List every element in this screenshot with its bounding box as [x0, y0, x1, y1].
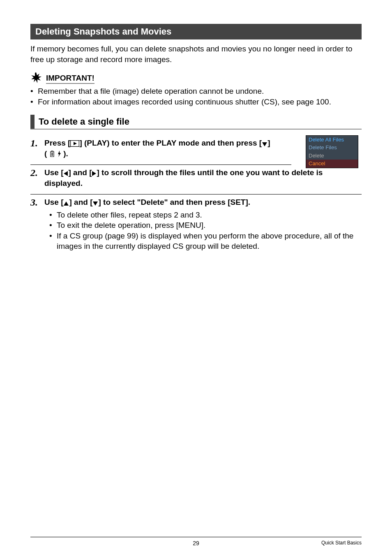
list-item: • Remember that a file (image) delete op…	[30, 86, 362, 97]
triangle-left-icon	[63, 171, 68, 176]
bullet-text: Remember that a file (image) delete oper…	[38, 86, 264, 97]
step-1: 1. Press [] (PLAY) to enter the PLAY mod…	[30, 135, 362, 161]
menu-item-cancel: Cancel	[306, 160, 358, 168]
svg-marker-7	[64, 201, 69, 206]
svg-marker-4	[58, 150, 61, 157]
important-label: IMPORTANT!	[46, 74, 95, 84]
delete-menu-screenshot: Delete All Files Delete Files Delete Can…	[306, 135, 358, 168]
svg-marker-6	[92, 171, 96, 176]
bullet-text: If a CS group (page 99) is displayed whe…	[57, 231, 362, 252]
triangle-right-icon	[92, 171, 97, 176]
svg-marker-3	[262, 142, 267, 146]
triangle-down-icon	[92, 201, 98, 206]
play-box-icon	[70, 140, 79, 147]
step-3: 3. Use [] and [] to select "Delete" and …	[30, 194, 362, 252]
svg-marker-2	[74, 142, 77, 145]
step-instruction: Use [] and [] to scroll through the file…	[44, 167, 362, 189]
step-instruction: Press [] (PLAY) to enter the PLAY mode a…	[44, 138, 274, 160]
menu-item-delete-all-files: Delete All Files	[306, 136, 358, 144]
trash-icon	[49, 150, 55, 157]
svg-marker-0	[31, 72, 42, 83]
intro-paragraph: If memory becomes full, you can delete s…	[30, 44, 362, 65]
bullet-text: For information about images recorded us…	[38, 97, 331, 107]
section-header: Deleting Snapshots and Movies	[30, 24, 362, 39]
list-item: •To exit the delete operation, press [ME…	[44, 220, 362, 231]
important-bullets: • Remember that a file (image) delete op…	[30, 86, 362, 107]
step-number: 3.	[30, 197, 44, 252]
svg-marker-8	[93, 201, 98, 206]
page-number: 29	[193, 540, 199, 546]
list-item: • For information about images recorded …	[30, 97, 362, 107]
step-instruction: Use [] and [] to select "Delete" and the…	[44, 197, 362, 208]
page-footer: 29 Quick Start Basics	[30, 537, 362, 546]
flash-icon	[57, 150, 61, 157]
triangle-down-icon	[262, 142, 267, 147]
list-item: •To delete other files, repeat steps 2 a…	[44, 210, 362, 220]
list-item: •If a CS group (page 99) is displayed wh…	[44, 231, 362, 252]
subsection-title: To delete a single file	[39, 115, 129, 129]
important-heading: IMPORTANT!	[30, 72, 362, 85]
menu-item-delete: Delete	[306, 152, 358, 160]
bullet-text: To delete other files, repeat steps 2 an…	[57, 210, 202, 220]
step-3-subbullets: •To delete other files, repeat steps 2 a…	[44, 210, 362, 252]
step-2: 2. Use [] and [] to scroll through the f…	[30, 165, 362, 191]
subsection-header: To delete a single file	[30, 115, 362, 130]
burst-icon	[30, 72, 42, 85]
bullet-text: To exit the delete operation, press [MEN…	[57, 220, 205, 231]
step-number: 1.	[30, 138, 44, 161]
step-number: 2.	[30, 167, 44, 191]
triangle-up-icon	[63, 201, 69, 206]
svg-marker-5	[64, 171, 68, 176]
menu-item-delete-files: Delete Files	[306, 144, 358, 152]
